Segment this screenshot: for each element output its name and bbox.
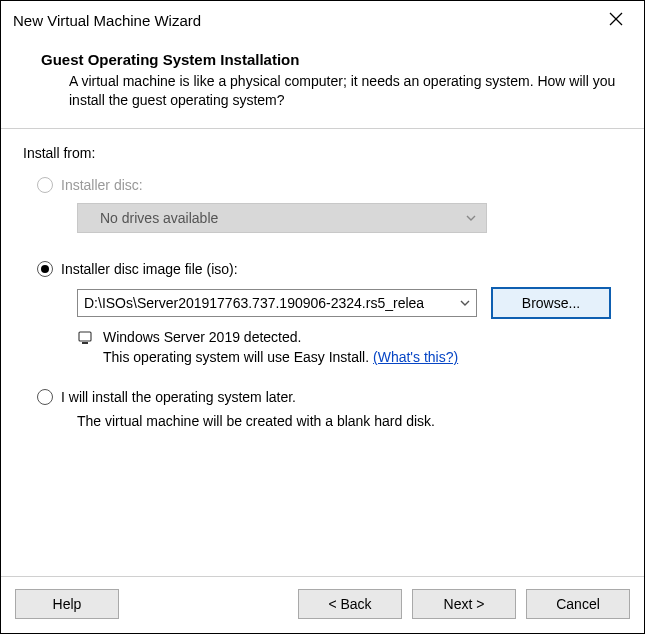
option-iso[interactable]: Installer disc image file (iso): [37, 261, 626, 277]
chevron-down-icon[interactable] [460, 295, 470, 311]
radio-iso[interactable] [37, 261, 53, 277]
detection-text: Windows Server 2019 detected. This opera… [103, 327, 458, 368]
detection-info: Windows Server 2019 detected. This opera… [77, 327, 626, 368]
close-icon [609, 12, 623, 29]
option-iso-label: Installer disc image file (iso): [61, 261, 238, 277]
option-installer-disc-label: Installer disc: [61, 177, 143, 193]
install-later-description: The virtual machine will be created with… [77, 413, 626, 429]
wizard-step-description: A virtual machine is like a physical com… [41, 72, 624, 110]
chevron-down-icon [466, 210, 476, 226]
wizard-step-title: Guest Operating System Installation [41, 51, 624, 68]
radio-installer-disc [37, 177, 53, 193]
back-button[interactable]: < Back [298, 589, 402, 619]
help-button[interactable]: Help [15, 589, 119, 619]
radio-install-later[interactable] [37, 389, 53, 405]
window-title: New Virtual Machine Wizard [13, 12, 598, 29]
iso-row: D:\ISOs\Server201917763.737.190906-2324.… [77, 287, 626, 319]
svg-rect-3 [82, 342, 88, 344]
browse-button-label: Browse... [522, 295, 580, 311]
whats-this-link[interactable]: (What's this?) [373, 349, 458, 365]
iso-path-value: D:\ISOs\Server201917763.737.190906-2324.… [84, 295, 424, 311]
titlebar: New Virtual Machine Wizard [1, 1, 644, 39]
wizard-content: Install from: Installer disc: No drives … [1, 129, 644, 576]
detection-line1: Windows Server 2019 detected. [103, 327, 458, 347]
wizard-header: Guest Operating System Installation A vi… [1, 39, 644, 129]
option-install-later-label: I will install the operating system late… [61, 389, 296, 405]
detection-line2: This operating system will use Easy Inst… [103, 347, 458, 367]
cancel-button[interactable]: Cancel [526, 589, 630, 619]
option-install-later[interactable]: I will install the operating system late… [37, 389, 626, 405]
info-icon [77, 330, 93, 344]
browse-button[interactable]: Browse... [491, 287, 611, 319]
option-installer-disc: Installer disc: [37, 177, 626, 193]
wizard-window: New Virtual Machine Wizard Guest Operati… [0, 0, 645, 634]
drive-dropdown-text: No drives available [100, 210, 218, 226]
install-from-label: Install from: [23, 145, 626, 161]
svg-rect-2 [79, 332, 91, 341]
drive-dropdown: No drives available [77, 203, 487, 233]
wizard-footer: Help < Back Next > Cancel [1, 576, 644, 633]
iso-path-input[interactable]: D:\ISOs\Server201917763.737.190906-2324.… [77, 289, 477, 317]
next-button[interactable]: Next > [412, 589, 516, 619]
close-button[interactable] [598, 6, 634, 34]
